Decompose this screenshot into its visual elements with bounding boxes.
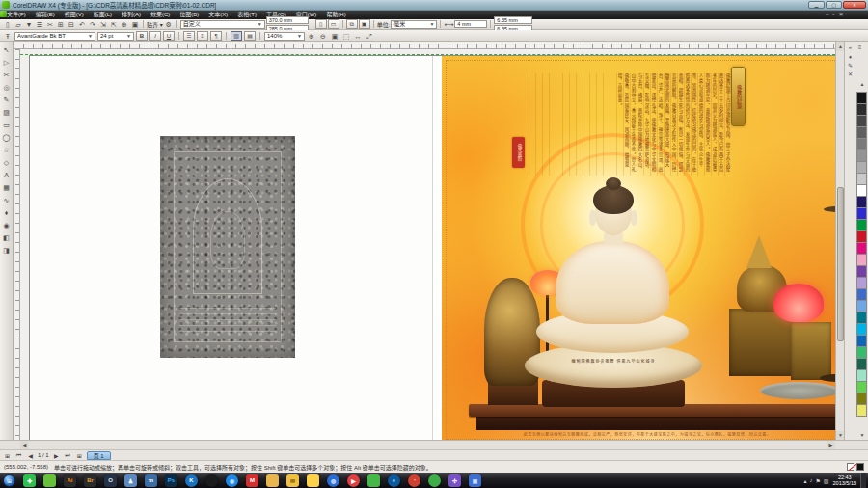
freehand-tool[interactable]: ✎ (1, 95, 13, 106)
next-page-icon[interactable]: ▶ (52, 452, 61, 459)
pick-tool[interactable]: ↖ (1, 44, 13, 56)
app-my-computer[interactable]: ▣ (469, 474, 481, 487)
shape-tool[interactable]: ▷ (1, 57, 13, 68)
app-360-leaf[interactable] (43, 474, 56, 487)
page-tab[interactable]: 页 1 (87, 451, 111, 460)
new-document-icon[interactable]: ▯ (3, 20, 13, 29)
palette-scroll-up-icon[interactable]: ▲ (856, 81, 868, 87)
app-bird-yellow[interactable] (307, 474, 319, 487)
app-office[interactable]: O (104, 474, 117, 487)
bullet-list-button[interactable]: ≡ (197, 31, 208, 41)
zoom-selected-icon[interactable]: ▣ (330, 32, 339, 41)
paste-icon[interactable]: ⊟ (67, 20, 76, 29)
app-browser-360[interactable]: ◔ (408, 474, 420, 487)
zoom-tool[interactable]: ◎ (1, 82, 13, 94)
paper-preset-dropdown[interactable]: 自定义▼ (180, 20, 265, 29)
maximize-button[interactable]: ▢ (826, 1, 842, 9)
app-green-circle[interactable] (428, 474, 441, 487)
app-folder-m[interactable]: m (145, 474, 157, 487)
current-page-button[interactable]: ▣ (359, 19, 370, 29)
crop-tool[interactable]: ✂ (1, 69, 13, 81)
basic-shapes-tool[interactable]: ◇ (1, 157, 13, 169)
tray-flag-icon[interactable]: ⚑ (815, 477, 820, 484)
paper-width-field[interactable]: 370.0 mm (266, 16, 309, 24)
menu-item[interactable]: 表格(T) (232, 11, 261, 19)
zoom-level-dropdown[interactable]: 140%▼ (264, 32, 305, 41)
copy-icon[interactable]: ⊞ (56, 20, 66, 29)
start-button[interactable]: ⊞ (3, 474, 15, 487)
app-bridge[interactable]: Br (84, 474, 96, 487)
zoom-in-icon[interactable]: ⊕ (307, 32, 316, 41)
app-bird-green[interactable] (367, 474, 380, 487)
undo-icon[interactable]: ↶ (77, 20, 87, 29)
last-page-icon[interactable]: ⏭ (64, 452, 72, 459)
close-button[interactable]: ✕ (843, 1, 866, 9)
application-launcher-icon[interactable]: ⊕ (120, 20, 129, 29)
eyedropper-tool[interactable]: ♦ (1, 207, 13, 219)
rectangle-tool[interactable]: ▭ (1, 120, 13, 131)
menu-item[interactable]: 编辑(E) (31, 11, 60, 19)
save-icon[interactable]: ▼ (24, 20, 34, 29)
prev-page-icon[interactable]: ◀ (26, 452, 35, 459)
units-dropdown[interactable]: 毫米▼ (391, 20, 437, 29)
doc-minimize-button[interactable]: – (826, 11, 828, 19)
docker-close-icon[interactable]: ✕ (846, 70, 854, 79)
print-icon[interactable]: ☰ (35, 20, 44, 29)
app-people[interactable]: ♟ (124, 474, 137, 487)
docker-eyedropper-icon[interactable]: ♦ (846, 53, 854, 62)
fill-tool[interactable]: ◧ (1, 232, 13, 244)
doc-restore-button[interactable]: ▫ (832, 11, 834, 19)
landscape-button[interactable]: ▭ (328, 19, 339, 29)
nudge-field[interactable]: 4 mm (454, 20, 487, 28)
interactive-fill-tool[interactable]: ◨ (1, 245, 13, 257)
app-browser-swirl[interactable]: ◉ (226, 474, 238, 487)
open-icon[interactable]: ▱ (14, 20, 23, 29)
palette-scroll-down-icon[interactable]: ▼ (856, 432, 868, 438)
zoom-out-icon[interactable]: ⊖ (318, 32, 328, 41)
minimize-button[interactable]: ▁ (808, 1, 825, 9)
drawing-canvas[interactable]: 佛教起源于古印度迦毗罗卫国，由王子乔达摩悉达多于三十五岁时创立，距今已有两千五百… (20, 49, 835, 440)
app-illustrator[interactable]: Ai (64, 474, 76, 487)
app-mail[interactable]: ✉ (286, 474, 299, 487)
horizontal-text-button[interactable]: ▥ (231, 31, 242, 41)
page-spread[interactable]: 佛教起源于古印度迦毗罗卫国，由王子乔达摩悉达多于三十五岁时创立，距今已有两千五百… (29, 55, 835, 440)
menu-item[interactable]: 位图(B) (175, 11, 203, 19)
page-right-artwork[interactable]: 佛教起源于古印度迦毗罗卫国，由王子乔达摩悉达多于三十五岁时创立，距今已有两千五百… (442, 56, 835, 440)
taskbar-clock[interactable]: 22:43 2013/5/13 (833, 474, 856, 486)
app-pinwheel[interactable]: ✣ (448, 474, 461, 487)
export-icon[interactable]: ⇱ (109, 20, 119, 29)
color-swatch[interactable] (856, 404, 867, 417)
tray-volume-icon[interactable]: ♪ (809, 477, 812, 484)
docker-brush-icon[interactable]: ✎ (846, 62, 854, 70)
table-tool[interactable]: ▦ (1, 182, 13, 194)
vertical-scroll-thumb[interactable] (837, 187, 844, 341)
app-player[interactable]: ▶ (347, 474, 360, 487)
drop-cap-button[interactable]: ¶ (210, 31, 222, 41)
import-icon[interactable]: ⇲ (98, 20, 108, 29)
menu-item[interactable]: 视图(V) (60, 11, 89, 19)
portrait-button[interactable]: ▯ (315, 19, 327, 29)
horizontal-ruler[interactable] (14, 42, 835, 49)
options-icon[interactable]: ⚙ (164, 20, 174, 29)
all-pages-button[interactable]: ⧉ (346, 19, 358, 29)
snap-dropdown[interactable]: 贴齐 ▾ (147, 20, 163, 29)
alignment-button[interactable]: ☰ (183, 31, 195, 41)
welcome-screen-icon[interactable]: ▣ (130, 20, 140, 29)
ellipse-tool[interactable]: ◯ (1, 132, 13, 144)
app-k-circle[interactable]: K (185, 474, 198, 487)
app-qq[interactable] (205, 474, 218, 487)
font-size-dropdown[interactable]: 24 pt▼ (97, 32, 134, 41)
italic-button[interactable]: I (149, 31, 161, 41)
bold-button[interactable]: B (136, 31, 148, 41)
polygon-tool[interactable]: ☆ (1, 145, 13, 156)
vertical-ruler[interactable] (14, 49, 20, 440)
vertical-text-button[interactable]: ▤ (244, 31, 256, 41)
add-page-icon[interactable]: ⊞ (3, 452, 12, 459)
doc-close-button[interactable]: ✕ (838, 11, 843, 19)
zoom-page-width-icon[interactable]: ↔ (353, 32, 363, 41)
menu-item[interactable]: 文本(X) (203, 11, 232, 19)
menu-item[interactable]: 效果(C) (146, 11, 175, 19)
app-360-safe[interactable]: ✚ (23, 474, 36, 487)
underline-button[interactable]: U (163, 31, 175, 41)
stone-rubbing-image[interactable] (160, 136, 295, 358)
